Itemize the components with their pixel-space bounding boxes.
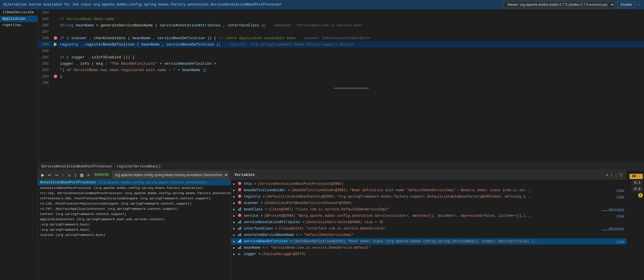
add-watch-btn[interactable]: + xyxy=(605,172,609,178)
code-line-294: 294 } xyxy=(38,73,644,80)
call-stack-list: AnnotationBeanPostProcessor (org.apache.… xyxy=(38,180,231,280)
badge-00: 0.0 xyxy=(632,187,643,192)
sidebar: ltDemoServiceIm Application roperties xyxy=(0,9,38,280)
code-line-292: 292 logger . info ( msg : "The BeanDefin… xyxy=(38,60,644,67)
code-line-285: 285 // ServiceBean Bean name xyxy=(38,16,644,22)
var-serviceBeanDefinition[interactable]: ▶ serviceBeanDefinition = (RootBeanDefin… xyxy=(231,238,627,245)
navigate-serviceBeanDefinition[interactable]: View xyxy=(617,240,624,243)
stack-item-10[interactable]: ication (org.springframework.boot) xyxy=(38,232,231,238)
code-line-291: 291 if ( logger . isInfoEnabled ()) { xyxy=(38,54,644,60)
var-icon-red-4 xyxy=(238,201,241,204)
code-line-290: 290 xyxy=(38,48,644,54)
variables-header: Variables + ↑ ↓ ▽ xyxy=(231,170,627,180)
var-serviceAnnotationAttributes[interactable]: ▶ serviceAnnotationAttributes = (Annotat… xyxy=(231,219,627,225)
stack-item-1[interactable]: AnnotationBeanPostProcessor (org.apache.… xyxy=(38,185,231,191)
debug-toolbar: ▶ ↩ ↪ ↑ ↘ ⤵ ▦ ≡ RUNNING org.apache.dubbo… xyxy=(38,170,231,180)
code-line-293: 293 "] of ServiceBean has been registere… xyxy=(38,67,644,73)
var-service[interactable]: ▶ service = ($Proxy43@3998) "@org.apache… xyxy=(231,213,627,219)
stack-item-0[interactable]: AnnotationBeanPostProcessor (org.apache.… xyxy=(38,180,231,185)
breakpoint-294 xyxy=(54,75,57,78)
info-bar: Alternative source available for the cla… xyxy=(0,0,644,9)
code-line-284: 284 xyxy=(38,9,644,16)
navigate-service[interactable]: View xyxy=(617,214,624,218)
evaluate-btn[interactable]: ⤵ xyxy=(73,172,78,178)
execution-pointer xyxy=(54,42,57,46)
code-lines: 284 285 // ServiceBean Bean name 286 xyxy=(38,9,644,163)
stack-item-3[interactable]: stProcessors:280, PostProcessorRegistrat… xyxy=(38,196,231,201)
up-btn[interactable]: ↑ xyxy=(610,172,613,178)
stack-item-7[interactable]: ApplicationContext (org.springframework.… xyxy=(38,217,231,222)
stack-item-4[interactable]: rs:126, PostProcessorRegistrationDelegat… xyxy=(38,201,231,206)
infinity-icon: ∞ xyxy=(238,252,240,256)
badge-01: 0.1 xyxy=(632,180,643,185)
var-annotatedServiceBeanName[interactable]: ▶ annotatedServiceBeanName = = "defaultD… xyxy=(231,232,627,238)
step-over-btn[interactable]: ↩ xyxy=(47,172,53,178)
var-scanner[interactable]: ▶ scanner = (DubboClassPathBeanDefinitio… xyxy=(231,200,627,206)
var-icon-red-2 xyxy=(238,188,241,192)
warning-icon: ! xyxy=(638,193,643,198)
breadcrumb-class: ServiceAnnotationBeanPostProcessor xyxy=(41,165,112,169)
filter-vars-btn[interactable]: ▽ xyxy=(619,172,623,178)
running-label: RUNNING xyxy=(94,173,109,177)
stack-item-6[interactable]: Context (org.springframework.context.sup… xyxy=(38,212,231,217)
step-out-btn[interactable]: ↑ xyxy=(61,172,65,178)
run-to-cursor-btn[interactable]: ↘ xyxy=(66,172,72,178)
info-bar-right: Maven: org.apache.dubbo:dubbo:2.7.5 (dub… xyxy=(504,1,641,8)
code-line-286: 286 String beanName = generateServiceBea… xyxy=(38,22,644,28)
var-interfaceClass[interactable]: ▶ interfaceClass = (Class@4154) "interfa… xyxy=(231,225,627,232)
var-this[interactable]: ▶ this = (ServiceAnnotationBeanPostProce… xyxy=(231,181,627,187)
stack-item-9[interactable]: :org.springframework.boot) xyxy=(38,227,231,232)
stack-item-5[interactable]: rs:707, AbstractApplicationContext (org.… xyxy=(38,206,231,212)
var-icon-red-5 xyxy=(238,214,241,217)
code-line-289: 289 registry . registerBeanDefinition ( … xyxy=(38,41,644,48)
var-icon-red-3 xyxy=(238,194,241,198)
scroll-indicator xyxy=(334,88,369,89)
code-line-288: 288 if ( scanner . checkCandidate ( bean… xyxy=(38,35,644,41)
navigate-beanDefinitionHolder[interactable]: View xyxy=(617,189,624,192)
step-into-btn[interactable]: ↪ xyxy=(54,172,60,178)
resume-btn[interactable]: ▶ xyxy=(40,172,46,178)
var-registry[interactable]: ▶ registry = (DefaultListableBeanFactory… xyxy=(231,194,627,200)
var-beanName[interactable]: ▶ beanName = = "ServiceBean:com.lx.servi… xyxy=(231,245,627,251)
breadcrumb: ServiceAnnotationBeanPostProcessor › reg… xyxy=(38,163,644,170)
variables-panel: Variables + ↑ ↓ ▽ ▶ this = xyxy=(231,170,627,280)
stack-item-8[interactable]: :org.springframework.boot) xyxy=(38,222,231,227)
bottom-panel: ▶ ↩ ↪ ↑ ↘ ⤵ ▦ ≡ RUNNING org.apache.dubbo… xyxy=(38,170,644,280)
code-view: 284 285 // ServiceBean Bean name 286 xyxy=(38,9,644,163)
var-beanDefinitionHolder[interactable]: ▶ beanDefinitionHolder = (BeanDefinition… xyxy=(231,187,627,194)
frames-btn[interactable]: ≡ xyxy=(86,172,91,178)
editor-area: 284 285 // ServiceBean Bean name 286 xyxy=(38,9,644,280)
call-stack-panel: ▶ ↩ ↪ ↑ ↘ ⤵ ▦ ≡ RUNNING org.apache.dubbo… xyxy=(38,170,231,280)
breadcrumb-method: registerServiceBean() xyxy=(117,165,161,169)
breakpoint-288 xyxy=(54,36,57,40)
var-logger[interactable]: ▶ ∞ logger = (FailsafeLogger@3973) xyxy=(231,251,627,257)
maven-dropdown[interactable]: Maven: org.apache.dubbo:dubbo:2.7.5 (dub… xyxy=(504,1,615,8)
thread-select[interactable]: org.apache.dubbo.config.spring.beans.fac… xyxy=(112,171,229,178)
main-container: ltDemoServiceIm Application roperties 28… xyxy=(0,9,644,280)
checkmark-icon: ✓ xyxy=(638,2,641,8)
var-beanClass[interactable]: ▶ beanClass = (Class@3987) "class com.lx… xyxy=(231,206,627,213)
sidebar-item-2[interactable]: roperties xyxy=(0,22,37,28)
variables-title: Variables xyxy=(234,173,605,177)
breakpoints-btn[interactable]: ▦ xyxy=(79,172,85,178)
stack-item-2[interactable]: try:118, ServiceAnnotationBeanPostProces… xyxy=(38,191,231,196)
variables-list: ▶ this = (ServiceAnnotationBeanPostProce… xyxy=(231,180,627,280)
navigate-interfaceClass[interactable]: ... Navigate xyxy=(601,227,624,230)
badge-49: 49 ↓↑ xyxy=(629,174,643,179)
down-btn[interactable]: ↓ xyxy=(614,172,618,178)
info-bar-message: Alternative source available for the cla… xyxy=(3,3,504,7)
sidebar-item-1[interactable]: Application xyxy=(0,16,37,22)
code-line-287: 287 xyxy=(38,28,644,35)
navigate-registry[interactable]: View xyxy=(617,195,624,198)
code-line-295: 295 xyxy=(38,80,644,86)
sidebar-item-0[interactable]: ltDemoServiceIm xyxy=(0,9,37,16)
navigate-beanClass[interactable]: ... Navigate xyxy=(601,208,624,211)
right-badges: 49 ↓↑ 0.1 0.0 ! xyxy=(627,170,644,280)
var-icon-red xyxy=(238,182,241,185)
disable-button[interactable]: Disable xyxy=(617,1,635,8)
